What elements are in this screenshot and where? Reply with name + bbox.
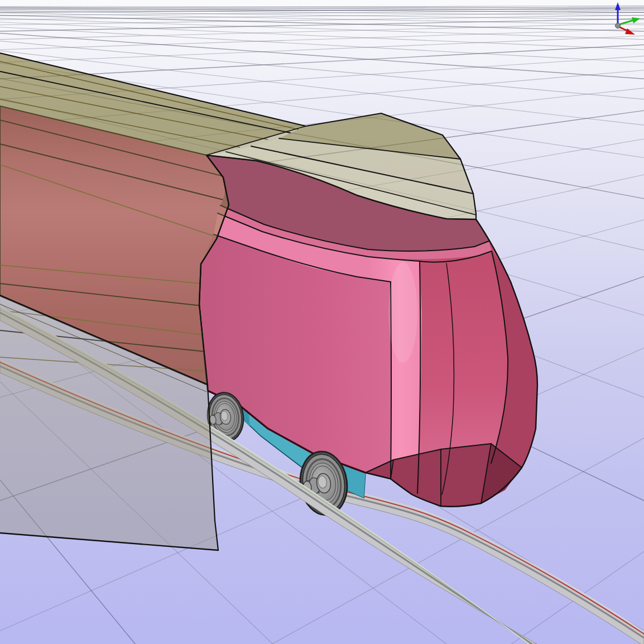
gizmo-origin-ball — [616, 23, 621, 28]
scene-canvas[interactable] — [0, 0, 644, 644]
cad-3d-viewport[interactable] — [0, 0, 644, 644]
